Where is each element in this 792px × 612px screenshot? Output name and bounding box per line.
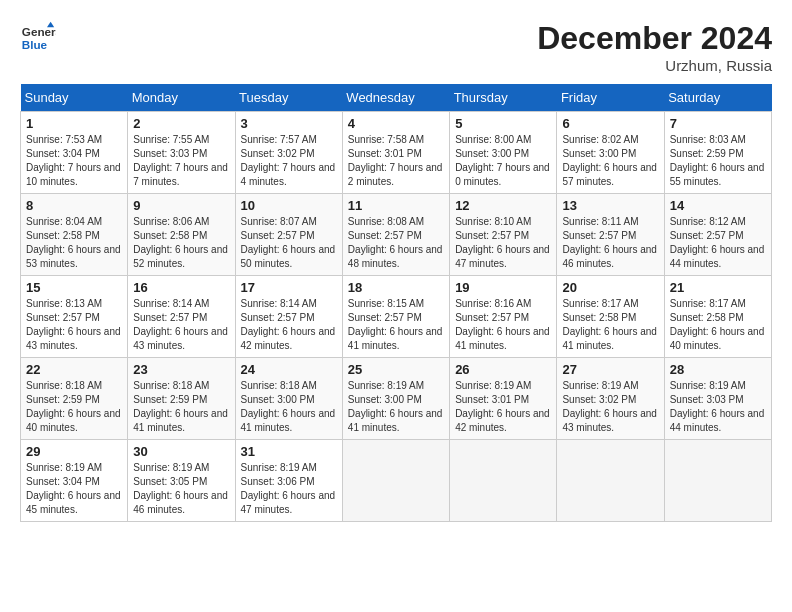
day-info: Sunrise: 8:19 AMSunset: 3:04 PMDaylight:… <box>26 461 122 517</box>
day-info: Sunrise: 8:17 AMSunset: 2:58 PMDaylight:… <box>670 297 766 353</box>
day-number: 25 <box>348 362 444 377</box>
day-number: 12 <box>455 198 551 213</box>
day-cell-2: 2Sunrise: 7:55 AMSunset: 3:03 PMDaylight… <box>128 112 235 194</box>
day-number: 2 <box>133 116 229 131</box>
day-info: Sunrise: 8:19 AMSunset: 3:02 PMDaylight:… <box>562 379 658 435</box>
day-number: 21 <box>670 280 766 295</box>
day-info: Sunrise: 8:00 AMSunset: 3:00 PMDaylight:… <box>455 133 551 189</box>
weekday-header-wednesday: Wednesday <box>342 84 449 112</box>
day-number: 20 <box>562 280 658 295</box>
day-cell-15: 15Sunrise: 8:13 AMSunset: 2:57 PMDayligh… <box>21 276 128 358</box>
day-number: 27 <box>562 362 658 377</box>
logo-icon: General Blue <box>20 20 56 56</box>
day-number: 6 <box>562 116 658 131</box>
weekday-header-monday: Monday <box>128 84 235 112</box>
day-cell-4: 4Sunrise: 7:58 AMSunset: 3:01 PMDaylight… <box>342 112 449 194</box>
day-info: Sunrise: 8:07 AMSunset: 2:57 PMDaylight:… <box>241 215 337 271</box>
day-number: 29 <box>26 444 122 459</box>
day-cell-24: 24Sunrise: 8:18 AMSunset: 3:00 PMDayligh… <box>235 358 342 440</box>
day-info: Sunrise: 8:08 AMSunset: 2:57 PMDaylight:… <box>348 215 444 271</box>
day-info: Sunrise: 7:57 AMSunset: 3:02 PMDaylight:… <box>241 133 337 189</box>
day-cell-7: 7Sunrise: 8:03 AMSunset: 2:59 PMDaylight… <box>664 112 771 194</box>
day-number: 3 <box>241 116 337 131</box>
day-number: 16 <box>133 280 229 295</box>
day-number: 11 <box>348 198 444 213</box>
day-cell-28: 28Sunrise: 8:19 AMSunset: 3:03 PMDayligh… <box>664 358 771 440</box>
day-cell-9: 9Sunrise: 8:06 AMSunset: 2:58 PMDaylight… <box>128 194 235 276</box>
day-info: Sunrise: 8:14 AMSunset: 2:57 PMDaylight:… <box>241 297 337 353</box>
day-cell-16: 16Sunrise: 8:14 AMSunset: 2:57 PMDayligh… <box>128 276 235 358</box>
day-cell-12: 12Sunrise: 8:10 AMSunset: 2:57 PMDayligh… <box>450 194 557 276</box>
day-number: 19 <box>455 280 551 295</box>
day-cell-25: 25Sunrise: 8:19 AMSunset: 3:00 PMDayligh… <box>342 358 449 440</box>
day-number: 8 <box>26 198 122 213</box>
weekday-header-tuesday: Tuesday <box>235 84 342 112</box>
day-number: 28 <box>670 362 766 377</box>
day-cell-3: 3Sunrise: 7:57 AMSunset: 3:02 PMDaylight… <box>235 112 342 194</box>
weekday-header-saturday: Saturday <box>664 84 771 112</box>
day-info: Sunrise: 8:16 AMSunset: 2:57 PMDaylight:… <box>455 297 551 353</box>
day-cell-31: 31Sunrise: 8:19 AMSunset: 3:06 PMDayligh… <box>235 440 342 522</box>
weekday-header-thursday: Thursday <box>450 84 557 112</box>
day-info: Sunrise: 7:53 AMSunset: 3:04 PMDaylight:… <box>26 133 122 189</box>
empty-cell <box>342 440 449 522</box>
day-info: Sunrise: 8:11 AMSunset: 2:57 PMDaylight:… <box>562 215 658 271</box>
weekday-header-row: SundayMondayTuesdayWednesdayThursdayFrid… <box>21 84 772 112</box>
day-info: Sunrise: 8:04 AMSunset: 2:58 PMDaylight:… <box>26 215 122 271</box>
day-number: 17 <box>241 280 337 295</box>
day-cell-10: 10Sunrise: 8:07 AMSunset: 2:57 PMDayligh… <box>235 194 342 276</box>
day-number: 7 <box>670 116 766 131</box>
empty-cell <box>450 440 557 522</box>
day-info: Sunrise: 8:18 AMSunset: 2:59 PMDaylight:… <box>26 379 122 435</box>
day-info: Sunrise: 8:03 AMSunset: 2:59 PMDaylight:… <box>670 133 766 189</box>
day-number: 26 <box>455 362 551 377</box>
header: General Blue December 2024 Urzhum, Russi… <box>20 20 772 74</box>
day-cell-27: 27Sunrise: 8:19 AMSunset: 3:02 PMDayligh… <box>557 358 664 440</box>
day-info: Sunrise: 8:19 AMSunset: 3:00 PMDaylight:… <box>348 379 444 435</box>
day-info: Sunrise: 8:14 AMSunset: 2:57 PMDaylight:… <box>133 297 229 353</box>
day-cell-5: 5Sunrise: 8:00 AMSunset: 3:00 PMDaylight… <box>450 112 557 194</box>
day-number: 31 <box>241 444 337 459</box>
title-area: December 2024 Urzhum, Russia <box>537 20 772 74</box>
weekday-header-sunday: Sunday <box>21 84 128 112</box>
day-number: 4 <box>348 116 444 131</box>
day-info: Sunrise: 8:19 AMSunset: 3:01 PMDaylight:… <box>455 379 551 435</box>
day-cell-21: 21Sunrise: 8:17 AMSunset: 2:58 PMDayligh… <box>664 276 771 358</box>
day-cell-11: 11Sunrise: 8:08 AMSunset: 2:57 PMDayligh… <box>342 194 449 276</box>
day-cell-30: 30Sunrise: 8:19 AMSunset: 3:05 PMDayligh… <box>128 440 235 522</box>
day-cell-18: 18Sunrise: 8:15 AMSunset: 2:57 PMDayligh… <box>342 276 449 358</box>
weekday-header-friday: Friday <box>557 84 664 112</box>
day-info: Sunrise: 7:58 AMSunset: 3:01 PMDaylight:… <box>348 133 444 189</box>
day-cell-29: 29Sunrise: 8:19 AMSunset: 3:04 PMDayligh… <box>21 440 128 522</box>
day-cell-13: 13Sunrise: 8:11 AMSunset: 2:57 PMDayligh… <box>557 194 664 276</box>
day-info: Sunrise: 8:06 AMSunset: 2:58 PMDaylight:… <box>133 215 229 271</box>
day-info: Sunrise: 8:18 AMSunset: 2:59 PMDaylight:… <box>133 379 229 435</box>
day-number: 13 <box>562 198 658 213</box>
day-info: Sunrise: 8:18 AMSunset: 3:00 PMDaylight:… <box>241 379 337 435</box>
month-title: December 2024 <box>537 20 772 57</box>
day-number: 15 <box>26 280 122 295</box>
day-number: 30 <box>133 444 229 459</box>
calendar-table: SundayMondayTuesdayWednesdayThursdayFrid… <box>20 84 772 522</box>
location: Urzhum, Russia <box>537 57 772 74</box>
day-cell-26: 26Sunrise: 8:19 AMSunset: 3:01 PMDayligh… <box>450 358 557 440</box>
day-number: 1 <box>26 116 122 131</box>
day-info: Sunrise: 8:02 AMSunset: 3:00 PMDaylight:… <box>562 133 658 189</box>
day-number: 23 <box>133 362 229 377</box>
day-cell-14: 14Sunrise: 8:12 AMSunset: 2:57 PMDayligh… <box>664 194 771 276</box>
day-cell-17: 17Sunrise: 8:14 AMSunset: 2:57 PMDayligh… <box>235 276 342 358</box>
day-info: Sunrise: 7:55 AMSunset: 3:03 PMDaylight:… <box>133 133 229 189</box>
day-number: 18 <box>348 280 444 295</box>
day-info: Sunrise: 8:19 AMSunset: 3:06 PMDaylight:… <box>241 461 337 517</box>
day-info: Sunrise: 8:17 AMSunset: 2:58 PMDaylight:… <box>562 297 658 353</box>
day-cell-6: 6Sunrise: 8:02 AMSunset: 3:00 PMDaylight… <box>557 112 664 194</box>
day-cell-22: 22Sunrise: 8:18 AMSunset: 2:59 PMDayligh… <box>21 358 128 440</box>
day-info: Sunrise: 8:12 AMSunset: 2:57 PMDaylight:… <box>670 215 766 271</box>
day-info: Sunrise: 8:13 AMSunset: 2:57 PMDaylight:… <box>26 297 122 353</box>
day-cell-23: 23Sunrise: 8:18 AMSunset: 2:59 PMDayligh… <box>128 358 235 440</box>
svg-text:Blue: Blue <box>22 38 48 51</box>
day-number: 24 <box>241 362 337 377</box>
day-info: Sunrise: 8:10 AMSunset: 2:57 PMDaylight:… <box>455 215 551 271</box>
day-cell-20: 20Sunrise: 8:17 AMSunset: 2:58 PMDayligh… <box>557 276 664 358</box>
empty-cell <box>557 440 664 522</box>
